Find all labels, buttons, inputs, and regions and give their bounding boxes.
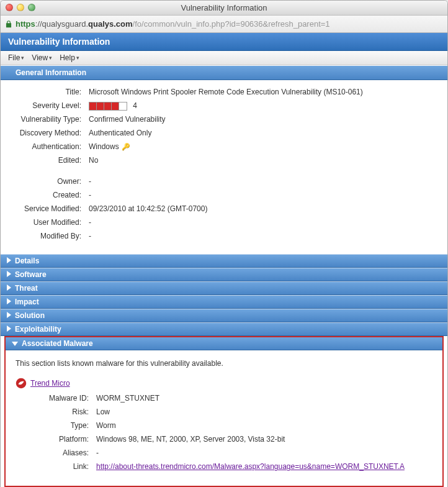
menu-file[interactable]: File▾ <box>8 53 24 62</box>
titlebar: Vulnerability Information <box>1 1 447 16</box>
chevron-down-icon: ▾ <box>49 55 52 61</box>
content: Vulnerability Information File▾ View▾ He… <box>1 33 447 487</box>
close-icon[interactable] <box>6 4 13 11</box>
value-malware-risk: Low <box>96 406 432 417</box>
general-information-body: Title:Microsoft Windows Print Spooler Re… <box>1 80 447 254</box>
value-owner: - <box>89 176 440 187</box>
accordion-exploitability-label: Exploitability <box>15 325 61 334</box>
value-modified-by: - <box>89 230 440 242</box>
accordion-impact[interactable]: Impact <box>1 295 447 309</box>
label-discovery: Discovery Method: <box>8 127 89 139</box>
value-created: - <box>89 189 440 201</box>
accordion-associated-malware-label: Associated Malware <box>22 339 93 348</box>
value-auth: Windows🔑 <box>89 141 440 152</box>
severity-box <box>89 102 97 110</box>
accordion-threat[interactable]: Threat <box>1 281 447 295</box>
menu-view[interactable]: View▾ <box>32 53 52 62</box>
chevron-down-icon: ▾ <box>76 55 79 61</box>
value-malware-platform: Windows 98, ME, NT, 2000, XP, Server 200… <box>96 434 432 445</box>
severity-box <box>112 102 119 110</box>
accordion-associated-malware[interactable]: Associated Malware <box>6 337 442 350</box>
accordion-impact-label: Impact <box>15 298 39 306</box>
value-malware-type: Worm <box>96 420 432 431</box>
label-title: Title: <box>8 86 89 98</box>
chevron-right-icon <box>7 270 11 279</box>
trendmicro-link[interactable]: Trend Micro <box>30 379 70 388</box>
accordion-threat-label: Threat <box>15 284 38 293</box>
chevron-right-icon <box>7 284 11 293</box>
label-severity: Severity Level: <box>8 100 89 111</box>
accordion-software-label: Software <box>15 270 47 279</box>
minimize-icon[interactable] <box>17 4 24 11</box>
accordion-solution[interactable]: Solution <box>1 309 447 322</box>
label-created: Created: <box>8 189 89 201</box>
label-owner: Owner: <box>8 176 89 187</box>
chevron-down-icon: ▾ <box>21 55 24 61</box>
windows-key-icon: 🔑 <box>122 143 130 150</box>
label-malware-type: Type: <box>16 420 96 431</box>
chevron-right-icon <box>7 311 11 320</box>
severity-box <box>97 102 104 110</box>
chevron-right-icon <box>7 298 11 306</box>
accordion-exploitability[interactable]: Exploitability <box>1 322 447 336</box>
menu-view-label: View <box>32 53 48 62</box>
value-title: Microsoft Windows Print Spooler Remote C… <box>89 86 440 98</box>
value-malware-link[interactable]: http://about-threats.trendmicro.com/Malw… <box>96 462 405 471</box>
label-vuln-type: Vulnerability Type: <box>8 114 89 125</box>
label-edited: Edited: <box>8 155 89 166</box>
url-host: qualys.com <box>88 19 133 29</box>
label-malware-id: Malware ID: <box>16 393 96 404</box>
label-malware-aliases: Aliases: <box>16 447 96 458</box>
value-malware-aliases: - <box>96 447 432 458</box>
zoom-icon[interactable] <box>28 4 35 11</box>
menu-file-label: File <box>8 53 20 62</box>
accordion-details-label: Details <box>15 257 39 265</box>
general-information-header: General Information <box>1 65 447 80</box>
window-controls <box>6 4 35 11</box>
window: Vulnerability Information https://qualys… <box>0 0 448 487</box>
severity-number: 4 <box>133 101 137 110</box>
chevron-right-icon <box>7 257 11 265</box>
label-service-modified: Service Modified: <box>8 203 89 214</box>
value-auth-text: Windows <box>89 142 119 151</box>
chevron-down-icon <box>12 339 18 348</box>
associated-malware-section: Associated Malware This section lists kn… <box>4 336 444 487</box>
accordion-details[interactable]: Details <box>1 254 447 268</box>
severity-box <box>119 102 127 110</box>
menu-help-label: Help <box>60 53 75 62</box>
accordion-software[interactable]: Software <box>1 268 447 281</box>
label-malware-link: Link: <box>16 461 96 472</box>
url-path: /fo/common/vuln_info.php?id=90636&refres… <box>133 19 330 29</box>
menu-help[interactable]: Help▾ <box>60 53 79 62</box>
url-scheme: https <box>16 19 35 29</box>
window-title: Vulnerability Information <box>181 3 267 12</box>
value-vuln-type: Confirmed Vulnerability <box>89 114 440 125</box>
chevron-right-icon <box>7 325 11 334</box>
trendmicro-icon <box>16 378 27 389</box>
severity-meter <box>89 102 127 111</box>
menu-bar: File▾ View▾ Help▾ <box>1 51 447 65</box>
address-bar[interactable]: https://qualysguard.qualys.com/fo/common… <box>1 16 447 33</box>
label-user-modified: User Modified: <box>8 217 89 228</box>
value-service-modified: 09/23/2010 at 10:42:52 (GMT-0700) <box>89 203 440 214</box>
value-severity: 4 <box>89 100 440 111</box>
value-discovery: Authenticated Only <box>89 127 440 139</box>
lock-icon <box>4 20 13 29</box>
severity-box <box>104 102 112 110</box>
associated-malware-body: This section lists known malware for thi… <box>6 350 442 486</box>
url-host-pre: ://qualysguard. <box>35 19 88 29</box>
accordion-solution-label: Solution <box>15 311 45 320</box>
value-edited: No <box>89 155 440 166</box>
label-modified-by: Modified By: <box>8 230 89 242</box>
label-malware-platform: Platform: <box>16 434 96 445</box>
malware-intro: This section lists known malware for thi… <box>16 359 432 368</box>
value-user-modified: - <box>89 217 440 228</box>
label-auth: Authentication: <box>8 141 89 152</box>
label-malware-risk: Risk: <box>16 406 96 417</box>
page-title: Vulnerability Information <box>1 33 447 51</box>
value-malware-id: WORM_STUXNET <box>96 393 432 404</box>
